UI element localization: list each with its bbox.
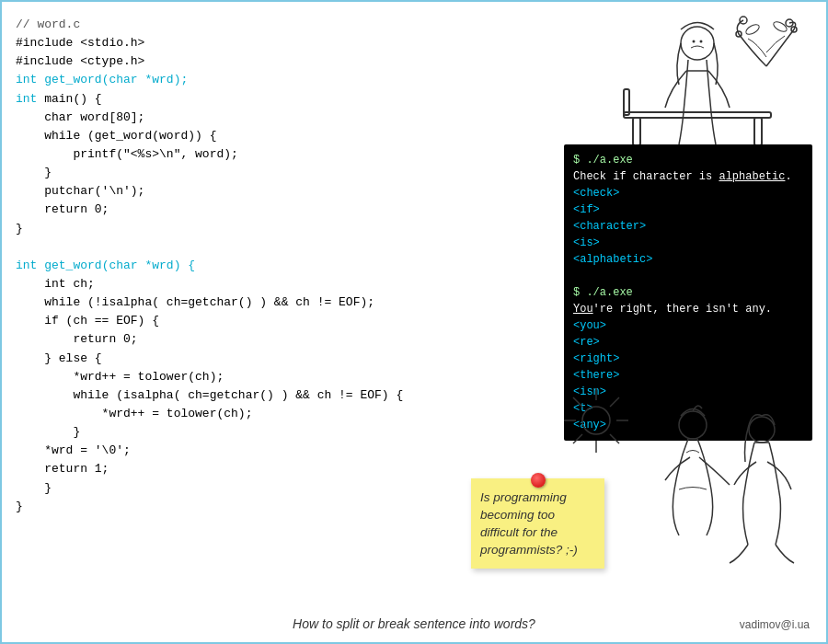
- code-line-22: }: [16, 425, 80, 439]
- terminal-tag-alphabetic: <alphabetic>: [573, 251, 803, 268]
- footer-title: How to split or break sentence into word…: [293, 616, 535, 631]
- code-line-10: putchar('\n');: [16, 184, 144, 198]
- svg-rect-3: [624, 89, 629, 115]
- svg-point-25: [749, 417, 775, 443]
- code-line-24: return 1;: [16, 462, 109, 476]
- svg-point-4: [681, 27, 714, 60]
- terminal-prompt-1: $ ./a.exe: [573, 152, 803, 168]
- code-line-5-kw: int: [16, 92, 44, 106]
- code-line-13-kw: int: [16, 259, 44, 272]
- terminal-prompt-2: $ ./a.exe: [573, 284, 803, 301]
- svg-point-23: [679, 411, 707, 439]
- code-line-2: #include <stdio.h>: [16, 36, 144, 50]
- terminal-line-2: You're right, there isn't any.: [573, 301, 803, 317]
- code-line-4-kw: int: [16, 73, 44, 86]
- code-line-26: }: [16, 500, 23, 513]
- code-line-8: printf("<%s>\n", word);: [16, 147, 238, 161]
- svg-line-21: [610, 397, 619, 407]
- code-line-16: if (ch == EOF) {: [16, 314, 159, 328]
- pin-icon: [531, 473, 546, 488]
- svg-point-14: [582, 407, 610, 434]
- sticky-note-text: Is programming becoming too difficult fo…: [480, 490, 578, 557]
- code-line-1: // word.c: [16, 17, 80, 31]
- women-illustration: [642, 397, 808, 572]
- svg-rect-1: [633, 118, 640, 145]
- code-line-25: }: [16, 481, 52, 495]
- code-line-5: main() {: [44, 92, 101, 106]
- code-line-23: *wrd = '\0';: [16, 443, 131, 457]
- svg-point-6: [693, 40, 696, 43]
- code-line-19: *wrd++ = tolower(ch);: [16, 370, 224, 384]
- code-line-7: while (get_word(word)) {: [16, 129, 216, 143]
- code-line-18: } else {: [16, 351, 102, 365]
- terminal-tag-if: <if>: [573, 201, 803, 218]
- code-line-20: while (isalpha( ch=getchar() ) && ch != …: [16, 388, 403, 402]
- svg-point-7: [700, 40, 703, 43]
- code-panel: // word.c #include <stdio.h> #include <c…: [16, 16, 466, 601]
- code-line-9: }: [16, 166, 52, 179]
- sticky-note: Is programming becoming too difficult fo…: [471, 478, 604, 569]
- terminal-tag-you: <you>: [573, 317, 803, 334]
- svg-rect-2: [754, 118, 762, 145]
- svg-line-19: [573, 397, 582, 407]
- terminal-tag-there: <there>: [573, 367, 803, 384]
- code-line-14: int ch;: [16, 277, 95, 291]
- svg-point-12: [744, 23, 761, 37]
- code-line-6: char word[80];: [16, 110, 144, 124]
- svg-line-22: [573, 434, 582, 443]
- svg-rect-0: [624, 112, 771, 118]
- sun-illustration: [559, 384, 633, 457]
- code-line-21: *wrd++ = tolower(ch);: [16, 407, 252, 420]
- code-line-12: }: [16, 222, 23, 236]
- terminal-tag-re: <re>: [573, 334, 803, 351]
- terminal-tag-character: <character>: [573, 218, 803, 235]
- code-line-13-fn: get_word(char *wrd) {: [44, 259, 195, 272]
- terminal-line-1: Check if character is alphabetic.: [573, 168, 803, 185]
- svg-line-20: [610, 434, 619, 443]
- code-line-15: while (!isalpha( ch=getchar() ) && ch !=…: [16, 295, 374, 309]
- footer-email: vadimov@i.ua: [740, 618, 810, 631]
- plant-illustration: [725, 16, 808, 71]
- code-line-4-fn: get_word(char *wrd);: [44, 73, 188, 86]
- terminal-tag-right: <right>: [573, 351, 803, 367]
- terminal-tag-is: <is>: [573, 235, 803, 251]
- code-line-3: #include <ctype.h>: [16, 54, 144, 68]
- terminal-tag-check: <check>: [573, 185, 803, 201]
- code-line-17: return 0;: [16, 332, 138, 346]
- code-line-11: return 0;: [16, 202, 109, 216]
